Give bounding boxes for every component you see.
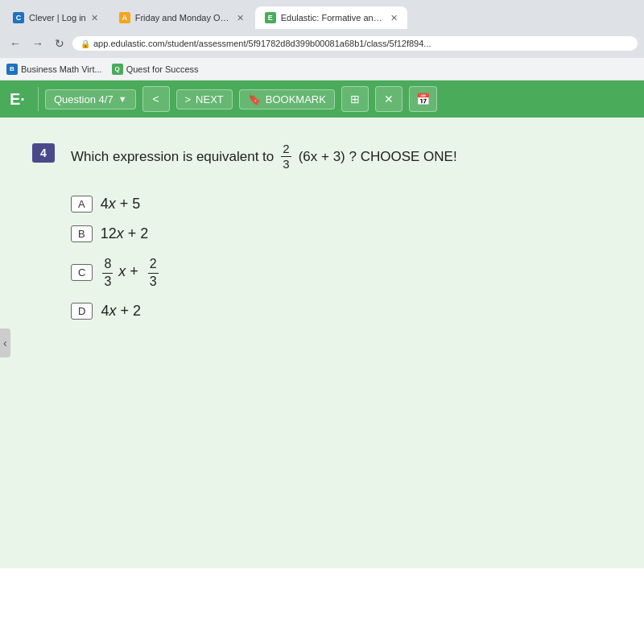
tab-clever[interactable]: C Clever | Log in ✕: [3, 6, 108, 29]
question-text-before: Which expression is equivalent to: [71, 147, 274, 167]
calendar-button[interactable]: 📅: [409, 86, 437, 112]
tab-clever-label: Clever | Log in: [29, 13, 86, 23]
choice-a-text: 4x + 5: [101, 196, 141, 213]
close-icon: ✕: [384, 93, 394, 105]
choice-c-label: C: [71, 264, 93, 281]
url-text: app.edulastic.com/student/assessment/5f9…: [93, 39, 431, 48]
choice-a[interactable]: A 4x + 5: [71, 196, 612, 213]
bookmark-business-math[interactable]: B Business Math Virt...: [6, 64, 102, 75]
edu-toolbar: E· Question 4/7 ▼ < > NEXT 🔖 BOOKMARK ⊞ …: [0, 80, 644, 118]
choice-d-label: D: [71, 303, 93, 320]
choice-a-label: A: [71, 196, 93, 213]
address-bar: ← → ↻ 🔒 app.edulastic.com/student/assess…: [0, 29, 644, 58]
bookmarks-bar: B Business Math Virt... Q Quest for Succ…: [0, 58, 644, 80]
tab-edulastic-close[interactable]: ✕: [390, 13, 398, 23]
edulastic-favicon: E: [265, 12, 276, 23]
question-fraction-numerator: 2: [281, 142, 291, 157]
choice-b-label: B: [71, 225, 93, 242]
next-arrow-icon: >: [185, 93, 192, 105]
question-fraction-denominator: 3: [281, 157, 291, 171]
choice-c-fraction1: 8 3: [102, 255, 113, 290]
toolbar-divider-1: [38, 87, 39, 111]
tab-friday-close[interactable]: ✕: [237, 13, 244, 23]
main-content: ‹ 4 Which expression is equivalent to 2 …: [0, 118, 644, 568]
bookmark-button[interactable]: 🔖 BOOKMARK: [239, 89, 335, 109]
tab-friday-label: Friday and Monday Oct. 23 and: [135, 13, 232, 23]
bookmark-quest-label: Quest for Success: [126, 64, 199, 74]
question-card: 4 Which expression is equivalent to 2 3 …: [32, 142, 612, 320]
question-fraction: 2 3: [281, 142, 291, 171]
bookmark-quest-icon: Q: [112, 64, 123, 75]
choice-b[interactable]: B 12x + 2: [71, 225, 612, 242]
side-nav-arrow[interactable]: ‹: [0, 328, 10, 357]
grid-icon: ⊞: [350, 93, 360, 105]
back-button[interactable]: ←: [6, 35, 24, 52]
lock-icon: 🔒: [80, 39, 90, 48]
grid-button[interactable]: ⊞: [341, 86, 369, 112]
choice-c-fraction2: 2 3: [148, 255, 159, 290]
question-number: 4: [32, 143, 55, 163]
calendar-icon: 📅: [416, 93, 430, 105]
clever-favicon: C: [13, 12, 24, 23]
prev-button[interactable]: <: [142, 86, 170, 112]
url-bar[interactable]: 🔒 app.edulastic.com/student/assessment/5…: [72, 36, 638, 51]
question-info-btn[interactable]: Question 4/7 ▼: [45, 89, 136, 109]
bookmark-icon: 🔖: [248, 93, 261, 105]
refresh-button[interactable]: ↻: [52, 35, 68, 52]
tab-friday[interactable]: A Friday and Monday Oct. 23 and ✕: [109, 6, 254, 29]
next-button[interactable]: > NEXT: [176, 89, 233, 109]
question-info-text: Question 4/7: [54, 93, 114, 105]
choice-d[interactable]: D 4x + 2: [71, 303, 612, 320]
forward-button[interactable]: →: [29, 35, 47, 52]
question-header: 4 Which expression is equivalent to 2 3 …: [32, 142, 612, 171]
bookmark-business-math-label: Business Math Virt...: [21, 64, 102, 74]
tab-bar: C Clever | Log in ✕ A Friday and Monday …: [0, 0, 644, 29]
choice-c-fraction1-num: 8: [102, 255, 113, 274]
bookmark-label: BOOKMARK: [266, 93, 326, 105]
tab-edulastic-label: Edulastic: Formative and Summ: [281, 13, 386, 23]
choice-c-fraction2-num: 2: [148, 255, 159, 274]
tab-clever-close[interactable]: ✕: [91, 13, 98, 23]
choice-b-text: 12x + 2: [101, 225, 149, 242]
friday-favicon: A: [119, 12, 130, 23]
next-label: NEXT: [196, 93, 224, 105]
bookmark-business-math-icon: B: [6, 64, 18, 75]
question-expression: (6x + 3) ? CHOOSE ONE!: [299, 147, 457, 167]
choice-c[interactable]: C 8 3 x + 2 3: [71, 255, 612, 290]
bookmark-quest[interactable]: Q Quest for Success: [112, 64, 199, 75]
edu-logo: E·: [10, 90, 25, 109]
choices-container: A 4x + 5 B 12x + 2 C 8 3 x + 2: [71, 196, 612, 320]
choice-d-text: 4x + 2: [101, 303, 141, 320]
choice-c-text: 8 3 x + 2 3: [101, 255, 159, 290]
choice-c-fraction2-den: 3: [148, 274, 159, 289]
chevron-down-icon: ▼: [118, 94, 127, 104]
close-button[interactable]: ✕: [375, 86, 402, 112]
choice-c-fraction1-den: 3: [102, 274, 113, 289]
question-text: Which expression is equivalent to 2 3 (6…: [71, 142, 457, 171]
prev-icon: <: [152, 93, 159, 105]
tab-edulastic[interactable]: E Edulastic: Formative and Summ ✕: [255, 6, 407, 29]
